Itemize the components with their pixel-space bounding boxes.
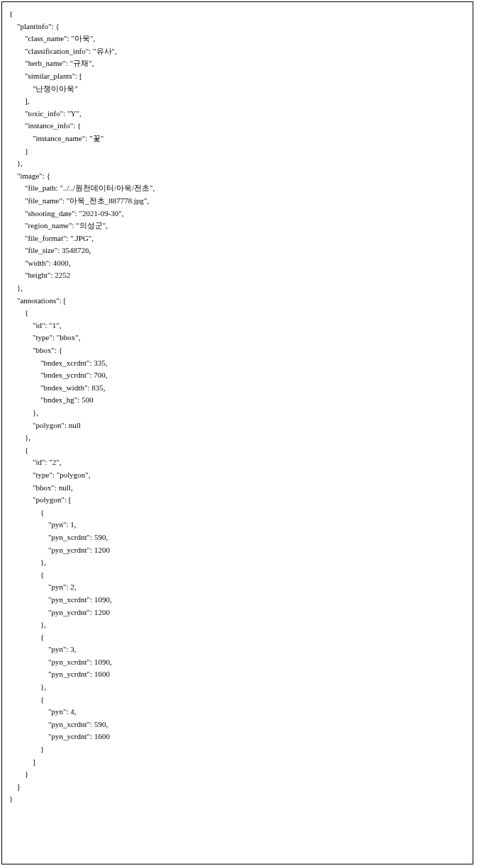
code-line: { [9, 569, 466, 582]
code-line: { [9, 631, 466, 644]
code-line: "instance_name": "꽃" [9, 133, 466, 145]
code-line: }, [9, 619, 466, 631]
code-line: ] [9, 781, 466, 794]
code-line: "bndex_xcrdnt": 335, [9, 357, 466, 370]
code-line: "pyn": 1, [9, 519, 466, 531]
code-line: "pyn_ycrdnt": 1200 [9, 544, 466, 557]
code-line: }, [9, 432, 466, 444]
code-line: } [9, 743, 466, 756]
code-line: "bndex_ycrdnt": 700, [9, 369, 466, 382]
code-line: "type": "bbox", [9, 332, 466, 344]
code-line: "herb_name": "규채", [9, 57, 466, 70]
code-line: "file_path: "../../원천데이터/아욱/전초", [9, 182, 466, 195]
code-line: } [9, 768, 466, 781]
code-line: ] [9, 756, 466, 769]
code-line: "annotations": [ [9, 295, 466, 308]
json-code-block: { "plantinfo": { "class_name": "아욱", "cl… [9, 8, 466, 806]
code-line: }, [9, 282, 466, 295]
code-line: "instance_info": { [9, 120, 466, 133]
code-line: ], [9, 95, 466, 108]
code-line: "pyn": 2, [9, 581, 466, 594]
code-line: "pyn_ycrdnt": 1200 [9, 607, 466, 619]
code-line: "id": "1", [9, 320, 466, 332]
code-line: "pyn_xcrdnt": 590, [9, 718, 466, 731]
code-line: "file_format": ".JPG", [9, 232, 466, 245]
code-line: "class_name": "아욱", [9, 33, 466, 45]
code-line: "pyn_ycrdnt": 1600 [9, 668, 466, 681]
code-line: "width": 4000, [9, 257, 466, 270]
code-line: "file_size": 3548726, [9, 244, 466, 257]
code-line: { [9, 507, 466, 519]
code-line: "pyn_xcrdnt": 1090, [9, 594, 466, 607]
code-line: }, [9, 681, 466, 694]
code-line: { [9, 8, 466, 21]
code-line: "polygon": [ [9, 494, 466, 507]
code-line: } [9, 145, 466, 158]
code-line: "bndex_hg": 500 [9, 394, 466, 407]
code-frame: { "plantinfo": { "class_name": "아욱", "cl… [1, 1, 473, 864]
code-line: "height": 2252 [9, 269, 466, 282]
code-line: { [9, 694, 466, 706]
code-line: "난쟁이아욱" [9, 83, 466, 96]
code-line: "pyn_ycrdnt": 1600 [9, 731, 466, 743]
code-line: } [9, 793, 466, 806]
code-line: "pyn": 4, [9, 706, 466, 718]
code-line: "id": "2", [9, 456, 466, 469]
code-line: { [9, 307, 466, 320]
code-line: "image": { [9, 170, 466, 183]
code-line: "region_name": "의성군", [9, 220, 466, 232]
code-line: }, [9, 407, 466, 419]
code-line: }, [9, 157, 466, 170]
code-line: "pyn": 3, [9, 643, 466, 656]
code-line: "file_name": "아욱_전초_887778.jpg", [9, 195, 466, 208]
code-line: "classification_info": "유사", [9, 45, 466, 58]
code-line: "type": "polygon", [9, 469, 466, 482]
code-line: "bbox": null, [9, 482, 466, 495]
code-line: "shooting_date": "2021-09-30", [9, 208, 466, 220]
code-line: "plantinfo": { [9, 21, 466, 33]
code-line: "pyn_xcrdnt": 590, [9, 531, 466, 544]
code-line: }, [9, 556, 466, 569]
code-line: "pyn_xcrdnt": 1090, [9, 656, 466, 669]
code-line: "bndex_width": 835, [9, 382, 466, 395]
code-line: "polygon": null [9, 419, 466, 432]
code-line: "similar_plants": [ [9, 70, 466, 83]
code-line: { [9, 444, 466, 457]
code-line: "toxic_info": "Y", [9, 108, 466, 120]
code-line: "bbox": { [9, 344, 466, 357]
